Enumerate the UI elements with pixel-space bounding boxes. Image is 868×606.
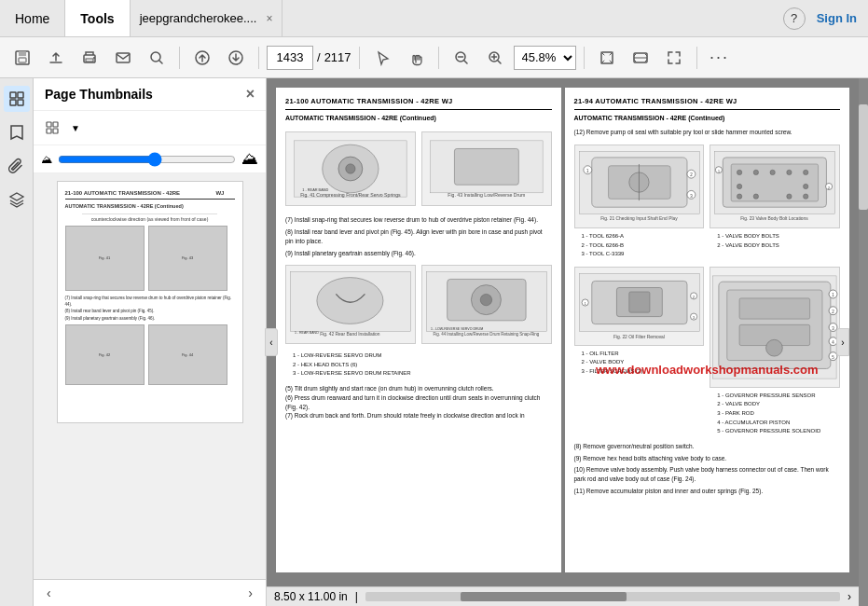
svg-rect-88 [739, 298, 810, 319]
svg-point-62 [804, 170, 808, 174]
zoom-select[interactable]: 45.8% 50% 75% 100% [514, 46, 576, 70]
svg-rect-21 [47, 129, 51, 133]
svg-rect-18 [18, 100, 23, 105]
hand-tool-button[interactable] [401, 43, 431, 73]
svg-point-68 [804, 194, 808, 199]
pdf-bottom-bar: 8.50 x 11.00 in | › [267, 586, 859, 606]
pdf-right-scrollbar[interactable] [859, 78, 868, 606]
svg-point-58 [737, 170, 742, 174]
tools-tab[interactable]: Tools [65, 0, 130, 36]
print-button[interactable] [75, 43, 104, 73]
svg-rect-2 [19, 58, 26, 62]
svg-point-63 [737, 184, 742, 188]
search-button[interactable] [142, 43, 172, 73]
pdf-page-container[interactable]: 21-100 AUTOMATIC TRANSMISSION - 42RE WJ … [267, 78, 859, 586]
svg-text:1 - REAR BAND: 1 - REAR BAND [302, 187, 328, 192]
thumbnail-close-button[interactable]: × [246, 86, 255, 103]
svg-text:1 - LOW-REVERSE SERVO DRUM: 1 - LOW-REVERSE SERVO DRUM [431, 328, 483, 332]
sidebar-icon-bookmarks[interactable] [4, 119, 30, 145]
help-button[interactable]: ? [783, 7, 806, 30]
svg-point-6 [93, 57, 95, 59]
svg-text:1: 1 [584, 302, 586, 306]
svg-text:2: 2 [693, 296, 695, 299]
svg-point-90 [766, 339, 783, 356]
svg-rect-17 [10, 100, 16, 105]
svg-rect-1 [19, 51, 26, 56]
svg-rect-20 [53, 122, 58, 127]
svg-point-60 [770, 170, 775, 174]
svg-text:Fig. 42 Rear Band Installation: Fig. 42 Rear Band Installation [320, 332, 380, 337]
cursor-tool-button[interactable] [367, 43, 397, 73]
svg-rect-22 [53, 129, 58, 133]
separator-4 [438, 47, 439, 69]
pdf-right-page: 21-94 AUTOMATIC TRANSMISSION - 42RE WJ A… [565, 88, 850, 572]
svg-text:Fig. 21 Checking Input Shaft E: Fig. 21 Checking Input Shaft End Play [600, 216, 678, 221]
horizontal-scrollbar[interactable] [365, 592, 840, 601]
thumbnail-next-button[interactable]: › [242, 584, 258, 602]
page-separator: / [317, 50, 321, 64]
sidebar-icon-layers[interactable] [4, 186, 30, 213]
thumbnail-dropdown-icon[interactable]: ▼ [71, 123, 80, 133]
svg-rect-16 [18, 92, 23, 98]
file-tab[interactable]: jeepgrandcherokee.... × [131, 0, 283, 36]
thumbnail-footer: ‹ › [34, 579, 266, 606]
sidebar-icon-attachments[interactable] [4, 153, 30, 179]
svg-point-67 [787, 194, 792, 199]
pdf-page-spread: 21-100 AUTOMATIC TRANSMISSION - 42RE WJ … [276, 88, 849, 572]
more-icon: ··· [710, 48, 729, 67]
svg-point-66 [753, 194, 758, 199]
thumbnail-grid-btn[interactable] [41, 117, 63, 139]
svg-text:Fig. 23 Valve Body Bolt Locati: Fig. 23 Valve Body Bolt Locations [740, 216, 808, 221]
page-number-input[interactable] [267, 46, 313, 70]
close-file-tab[interactable]: × [266, 12, 272, 25]
separator-2 [258, 47, 259, 69]
pdf-bottom-body: (5) Tilt drum slightly and start race (o… [285, 384, 552, 420]
svg-point-61 [787, 170, 792, 174]
pdf-left-header: 21-100 AUTOMATIC TRANSMISSION - 42RE WJ [285, 97, 552, 110]
sidebar-icon-thumbnails[interactable] [4, 86, 30, 112]
scroll-up-button[interactable] [187, 43, 217, 73]
svg-text:Fig. 41 Compressing Front/Rear: Fig. 41 Compressing Front/Rear Servo Spr… [300, 192, 401, 198]
scroll-down-button[interactable] [221, 43, 251, 73]
svg-text:3: 3 [693, 316, 695, 320]
page-size-label: 8.50 x 11.00 in [274, 590, 348, 603]
thumbnail-page-item[interactable]: 21-100 AUTOMATIC TRANSMISSION - 42RE WJ … [57, 181, 243, 423]
zoom-in-button[interactable] [480, 43, 510, 73]
thumbnail-prev-button[interactable]: ‹ [41, 584, 57, 602]
thumbnail-panel: Page Thumbnails × ▼ ⛰ ⛰ 21-100 AUTOMATIC… [34, 78, 267, 606]
page-navigation: / 2117 [267, 46, 351, 70]
pdf-viewer-area: 21-100 AUTOMATIC TRANSMISSION - 42RE WJ … [267, 78, 859, 606]
pdf-left-page: 21-100 AUTOMATIC TRANSMISSION - 42RE WJ … [276, 88, 561, 572]
home-tab[interactable]: Home [0, 0, 65, 36]
page-total: 2117 [324, 50, 351, 64]
thumbnail-size-slider[interactable] [58, 152, 236, 167]
pdf-body-2: (8) Install rear band lever and pivot pi… [285, 227, 552, 246]
thumbnail-content: 21-100 AUTOMATIC TRANSMISSION - 42RE WJ … [34, 173, 266, 579]
svg-rect-7 [117, 53, 130, 62]
full-screen-button[interactable] [659, 43, 689, 73]
bottom-separator: | [355, 590, 358, 603]
left-sidebar [0, 78, 34, 606]
right-collapse-arrow[interactable]: › [836, 328, 849, 356]
fit-page-button[interactable] [592, 43, 622, 73]
zoom-out-button[interactable] [447, 43, 476, 73]
separator-1 [179, 47, 180, 69]
fit-width-button[interactable] [626, 43, 655, 73]
svg-point-59 [753, 170, 758, 174]
scroll-right-btn[interactable]: › [847, 590, 851, 603]
signin-button[interactable]: Sign In [817, 11, 857, 25]
thumbnail-small-icon: ⛰ [41, 153, 52, 166]
panel-collapse-arrow[interactable]: ‹ [265, 328, 278, 356]
email-button[interactable] [108, 43, 138, 73]
pdf-left-subheader: AUTOMATIC TRANSMISSION - 42RE (Continued… [285, 114, 552, 123]
more-button[interactable]: ··· [705, 43, 735, 73]
thumbnail-panel-title: Page Thumbnails [45, 87, 153, 102]
save-button[interactable] [7, 43, 37, 73]
svg-point-26 [346, 164, 355, 173]
thumbnail-large-icon: ⛰ [241, 149, 258, 169]
svg-text:1: 1 [718, 170, 720, 173]
svg-rect-15 [10, 92, 16, 98]
svg-text:Fig. 44 Installing Low/Reverse: Fig. 44 Installing Low/Reverse Drum Reta… [433, 332, 539, 337]
home-tab-label: Home [15, 11, 49, 26]
upload-button[interactable] [41, 43, 71, 73]
